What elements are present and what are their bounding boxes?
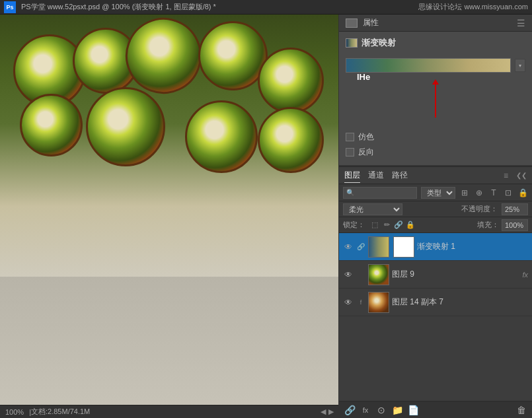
kiwi-slice bbox=[258, 107, 324, 173]
layers-controls: 🔗 fx ⊙ 📁 📄 🗑 bbox=[339, 401, 532, 418]
layer-thumbnail-9 bbox=[368, 264, 389, 285]
main-layout: 100% | 文档:2.85M/74.1M ◀ ▶ 属性 ☰ 渐变映射 bbox=[0, 15, 532, 418]
layer-item-9[interactable]: 👁 图层 9 fx bbox=[339, 261, 532, 289]
lock-full-icon[interactable]: 🔒 bbox=[406, 221, 415, 230]
lock-all-icon[interactable]: 🔗 bbox=[394, 221, 403, 230]
gradient-dropdown[interactable]: ▾ bbox=[515, 59, 525, 72]
layer-thumbnail-14 bbox=[368, 292, 389, 313]
canvas-background bbox=[0, 277, 338, 418]
lock-row: 锁定： ⬚ ✏ 🔗 🔒 填充： 100% bbox=[339, 217, 532, 233]
canvas-area: 100% | 文档:2.85M/74.1M ◀ ▶ bbox=[0, 15, 339, 418]
blend-mode-row: 柔光 不透明度： 25% bbox=[339, 201, 532, 217]
dither-row: 仿色 bbox=[339, 129, 532, 145]
layer-name-14: 图层 14 副本 7 bbox=[392, 296, 528, 308]
ps-logo: Ps bbox=[4, 1, 16, 13]
properties-title: 属性 bbox=[363, 17, 517, 28]
layer-type-select[interactable]: 类型 bbox=[421, 187, 455, 199]
layers-toolbar: 🔍 类型 ⊞ ⊕ T ⊡ 🔒 bbox=[339, 184, 532, 201]
gradient-icon bbox=[346, 38, 358, 48]
dither-checkbox[interactable] bbox=[346, 133, 354, 141]
new-layer-button[interactable]: 📄 bbox=[406, 403, 420, 417]
fill-label: 填充： bbox=[477, 220, 499, 230]
reverse-checkbox[interactable] bbox=[346, 148, 354, 157]
file-info: 文档:2.85M/74.1M bbox=[31, 407, 321, 417]
layer-link-icon: 🔗 bbox=[356, 242, 365, 252]
red-arrow bbox=[432, 79, 439, 118]
new-group-button[interactable]: 📁 bbox=[391, 403, 404, 417]
layers-panel: 图层 通道 路径 ≡ ❮❮ 🔍 类型 ⊞ ⊕ T ⊡ 🔒 bbox=[339, 166, 532, 418]
layer-name-9: 图层 9 bbox=[392, 269, 519, 280]
zoom-level: 100% bbox=[5, 408, 24, 416]
fill-input[interactable]: 100% bbox=[502, 219, 528, 231]
lock-label: 锁定： bbox=[343, 220, 365, 230]
website-label: 思缘设计论坛 www.missyuan.com bbox=[418, 2, 528, 12]
kiwi-image bbox=[0, 15, 338, 289]
reverse-row: 反向 bbox=[339, 145, 532, 160]
kiwi-slice bbox=[185, 100, 258, 173]
delete-layer-button[interactable]: 🗑 bbox=[515, 403, 528, 417]
reverse-label: 反向 bbox=[358, 147, 374, 158]
visibility-icon-2[interactable]: 👁 bbox=[343, 269, 354, 280]
opacity-input[interactable]: 25% bbox=[502, 203, 528, 215]
panel-options-icon[interactable]: ☰ bbox=[517, 18, 525, 28]
tab-paths[interactable]: 路径 bbox=[392, 168, 408, 182]
layers-list: 👁 🔗 渐变映射 1 👁 图层 9 fx bbox=[339, 233, 532, 401]
layer-option2[interactable]: T bbox=[488, 188, 499, 198]
layer-thumbnail-gradient bbox=[368, 236, 389, 258]
ihe-text: IHe bbox=[357, 72, 370, 82]
gradient-map-icon bbox=[346, 18, 358, 28]
topbar: Ps PS学堂 www.52psxt.psd @ 100% (渐变映射 1, 图… bbox=[0, 0, 532, 15]
arrow-body bbox=[435, 85, 436, 118]
visibility-icon-1[interactable]: 👁 bbox=[343, 242, 354, 252]
lock-pixel-icon[interactable]: ⬚ bbox=[370, 221, 379, 230]
layer-filter-icon[interactable]: ⊞ bbox=[459, 188, 470, 198]
layer-item-gradient[interactable]: 👁 🔗 渐变映射 1 bbox=[339, 233, 532, 261]
properties-panel: 属性 ☰ 渐变映射 ▾ bbox=[339, 15, 532, 166]
layer-option4[interactable]: 🔒 bbox=[517, 188, 528, 198]
layer-name-gradient: 渐变映射 1 bbox=[417, 241, 528, 252]
lock-position-icon[interactable]: ✏ bbox=[382, 221, 391, 230]
panel-menu-icon[interactable]: ≡ bbox=[504, 171, 508, 180]
layers-header: 图层 通道 路径 ≡ ❮❮ bbox=[339, 167, 532, 184]
layer-fx-icon: fx bbox=[522, 271, 528, 279]
arrow-head bbox=[432, 79, 439, 85]
arrow-container bbox=[339, 77, 532, 129]
gradient-bar[interactable] bbox=[346, 58, 511, 73]
tab-layers[interactable]: 图层 bbox=[344, 168, 360, 183]
blend-mode-select[interactable]: 柔光 bbox=[343, 203, 402, 215]
gradient-map-title: 渐变映射 bbox=[361, 37, 396, 49]
link-layers-button[interactable]: 🔗 bbox=[343, 403, 356, 417]
layer-icon-3: f bbox=[356, 298, 365, 307]
kiwi-slice bbox=[20, 94, 83, 157]
properties-header: 属性 ☰ bbox=[339, 15, 532, 32]
layer-option3[interactable]: ⊡ bbox=[503, 188, 513, 198]
add-style-button[interactable]: fx bbox=[359, 403, 372, 417]
layer-search: 🔍 bbox=[343, 187, 417, 199]
prev-button[interactable]: ◀ bbox=[321, 407, 326, 416]
tab-channels[interactable]: 通道 bbox=[368, 168, 384, 182]
next-button[interactable]: ▶ bbox=[328, 407, 334, 416]
layer-mask-gradient bbox=[393, 236, 414, 258]
search-icon: 🔍 bbox=[346, 189, 354, 196]
kiwi-slice bbox=[258, 48, 324, 114]
status-nav: ◀ ▶ bbox=[321, 407, 334, 416]
layer-item-14[interactable]: 👁 f 图层 14 副本 7 bbox=[339, 289, 532, 316]
status-bar: 100% | 文档:2.85M/74.1M ◀ ▶ bbox=[0, 405, 339, 418]
layer-icon-2 bbox=[356, 270, 365, 279]
visibility-icon-3[interactable]: 👁 bbox=[343, 297, 354, 308]
canvas-content bbox=[0, 15, 338, 418]
dither-label: 仿色 bbox=[358, 131, 374, 143]
opacity-label: 不透明度： bbox=[461, 204, 498, 214]
panel-collapse-icon[interactable]: ❮❮ bbox=[516, 172, 527, 179]
layer-option1[interactable]: ⊕ bbox=[474, 188, 484, 198]
add-mask-button[interactable]: ⊙ bbox=[375, 403, 388, 417]
kiwi-slice bbox=[86, 87, 165, 166]
document-title: PS学堂 www.52psxt.psd @ 100% (渐变映射 1, 图层蒙版… bbox=[21, 2, 418, 12]
